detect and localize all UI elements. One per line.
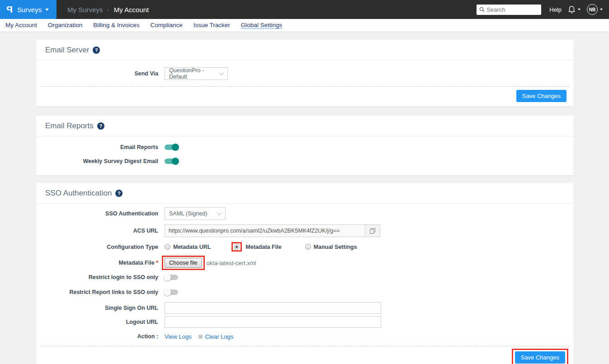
- restrict-login-toggle[interactable]: [165, 275, 178, 280]
- sso-title: SSO Authentication: [45, 189, 112, 198]
- help-icon[interactable]: ?: [93, 47, 100, 54]
- view-logs-link[interactable]: View Logs: [165, 333, 192, 340]
- divider: [41, 346, 569, 346]
- email-reports-title: Email Reports: [45, 121, 94, 131]
- account-menu[interactable]: NB: [587, 4, 603, 15]
- product-name: Surveys: [17, 6, 42, 14]
- email-server-save-button[interactable]: Save Changes: [516, 90, 567, 102]
- breadcrumb: My Surveys › My Account: [57, 0, 149, 19]
- sso-authentication-card: SSO Authentication ? SSO Authentication …: [36, 183, 574, 364]
- restrict-login-label: Restrict login to SSO only: [36, 274, 158, 280]
- acs-url-label: ACS URL: [36, 228, 158, 234]
- action-label: Action :: [36, 333, 158, 340]
- search-icon: [479, 7, 485, 12]
- search-box[interactable]: [477, 5, 541, 15]
- product-switcher[interactable]: P Surveys: [0, 0, 57, 19]
- annotation-highlight-box: [231, 242, 242, 252]
- weekly-digest-toggle-label: Weekly Survey Digest Email: [36, 158, 158, 164]
- top-navigation-bar: P Surveys My Surveys › My Account Help N…: [0, 0, 609, 19]
- restrict-report-links-toggle[interactable]: [165, 289, 178, 295]
- email-server-title: Email Server: [45, 46, 89, 55]
- tab-compliance[interactable]: Compliance: [150, 22, 182, 29]
- radio-icon: [165, 244, 170, 250]
- breadcrumb-my-account: My Account: [114, 6, 149, 14]
- choose-file-button[interactable]: Choose file: [165, 258, 202, 268]
- send-via-select[interactable]: QuestionPro - Default: [165, 67, 228, 80]
- divider: [41, 86, 569, 87]
- chevron-down-icon: [217, 210, 222, 215]
- help-icon[interactable]: ?: [115, 190, 123, 197]
- copy-icon: [369, 228, 376, 234]
- chevron-down-icon: [578, 9, 581, 10]
- search-input[interactable]: [486, 6, 538, 13]
- tab-organization[interactable]: Organization: [48, 22, 83, 29]
- single-sign-on-url-input[interactable]: [165, 302, 381, 314]
- restrict-report-links-label: Restrict Report links to SSO only: [36, 289, 158, 295]
- breadcrumb-separator-icon: ›: [107, 6, 109, 13]
- bell-icon: [568, 5, 576, 14]
- radio-icon: [305, 244, 311, 250]
- clear-logs-icon: ⊗: [198, 333, 203, 340]
- radio-metadata-file[interactable]: Metadata File: [231, 242, 281, 252]
- radio-checked-icon: [234, 244, 240, 250]
- metadata-file-name: okta-latest-cert.xml: [207, 260, 256, 266]
- single-sign-on-url-label: Single Sign On URL: [36, 305, 158, 311]
- chevron-down-icon: [45, 9, 49, 11]
- sso-select-label: SSO Authentication: [36, 210, 158, 217]
- metadata-file-label: Metadata File *: [36, 260, 158, 266]
- breadcrumb-my-surveys[interactable]: My Surveys: [67, 6, 103, 14]
- chevron-down-icon: [219, 70, 224, 75]
- logout-url-label: Logout URL: [36, 319, 158, 325]
- avatar: NB: [587, 4, 598, 15]
- account-tabs: My Account Organization Billing & Invoic…: [0, 19, 609, 32]
- annotation-highlight-box: Save Changes: [512, 349, 568, 364]
- sso-type-select[interactable]: SAML (Signed): [165, 207, 226, 220]
- copy-acs-url-button[interactable]: [365, 224, 380, 237]
- configuration-type-label: Configuration Type: [36, 244, 158, 250]
- annotation-highlight-box: Choose file: [162, 256, 205, 270]
- questionpro-logo-icon: P: [6, 4, 13, 15]
- required-asterisk: *: [156, 260, 158, 266]
- email-reports-toggle[interactable]: [165, 145, 178, 150]
- acs-url-input[interactable]: [165, 224, 365, 237]
- logout-url-input[interactable]: [165, 316, 381, 328]
- radio-metadata-url[interactable]: Metadata URL: [165, 244, 211, 250]
- email-reports-toggle-label: Email Reports: [36, 144, 158, 150]
- tab-my-account[interactable]: My Account: [5, 22, 37, 29]
- email-reports-card: Email Reports ? Email Reports Weekly Sur…: [36, 116, 574, 175]
- weekly-digest-toggle[interactable]: [165, 159, 178, 164]
- chevron-down-icon: [600, 9, 603, 10]
- help-icon[interactable]: ?: [97, 122, 104, 130]
- tab-billing-invoices[interactable]: Billing & Invoices: [93, 22, 139, 29]
- send-via-label: Send Via: [36, 70, 158, 77]
- clear-logs-link[interactable]: Clear Logs: [205, 333, 233, 340]
- notifications-menu[interactable]: [568, 5, 581, 14]
- tab-global-settings[interactable]: Global Settings: [241, 22, 283, 29]
- email-server-card: Email Server ? Send Via QuestionPro - De…: [36, 40, 574, 106]
- help-link[interactable]: Help: [549, 6, 562, 13]
- sso-save-button[interactable]: Save Changes: [515, 351, 565, 364]
- tab-issue-tracker[interactable]: Issue Tracker: [194, 22, 230, 29]
- radio-manual-settings[interactable]: Manual Settings: [305, 244, 357, 250]
